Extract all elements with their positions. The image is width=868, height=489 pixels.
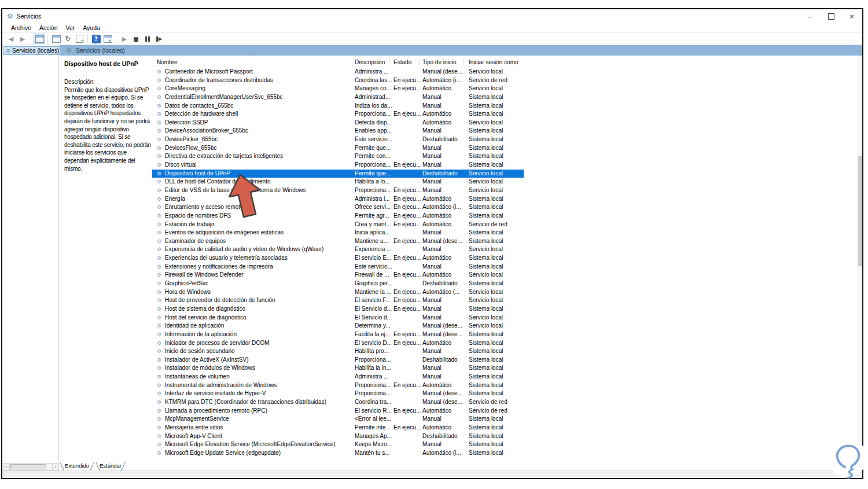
show-action-pane-button[interactable]: ▸ bbox=[102, 34, 113, 44]
scroll-right-button[interactable]: › bbox=[52, 463, 59, 470]
table-row[interactable]: ⚙Interfaz de servicio invitado de Hyper-… bbox=[152, 389, 524, 398]
service-status-cell: En ejecu... bbox=[393, 221, 421, 227]
table-row[interactable]: ⚙Enrutamiento y acceso remotoOfrece serv… bbox=[152, 203, 524, 212]
refresh-button[interactable]: ↻ bbox=[62, 34, 73, 44]
table-row[interactable]: ⚙Host de sistema de diagnósticoEl Servic… bbox=[152, 305, 524, 314]
table-row[interactable]: ⚙Espacio de nombres DFSPermite agr...En … bbox=[152, 212, 524, 220]
table-row[interactable]: ⚙Editor de VSS de la base de datos inter… bbox=[152, 186, 524, 195]
service-description-cell: Manages co... bbox=[355, 85, 392, 91]
table-row[interactable]: ⚙DevicePicker_655bcEste servicio...Desha… bbox=[152, 135, 524, 144]
minimize-button[interactable]: – bbox=[800, 9, 821, 23]
vertical-scrollbar-thumb[interactable] bbox=[858, 156, 862, 266]
table-row[interactable]: ⚙Instantáneas de volumenAdministra ...Ma… bbox=[152, 373, 524, 381]
column-header-tipo-de-inicio[interactable]: Tipo de inicio bbox=[422, 59, 457, 65]
close-button[interactable]: × bbox=[841, 9, 862, 23]
horizontal-scrollbar-track[interactable] bbox=[10, 463, 52, 470]
table-row[interactable]: ⚙Disco virtualProporciona...En ejecu...M… bbox=[152, 161, 524, 170]
tab-estndar[interactable]: Estándar bbox=[95, 462, 126, 471]
table-row[interactable]: ⚙Coordinador de transacciones distribuid… bbox=[152, 76, 524, 85]
table-row[interactable]: ⚙Contenedor de Microsoft PassportAdminis… bbox=[152, 68, 524, 76]
service-name-cell: Dispositivo host de UPnP bbox=[165, 170, 230, 177]
service-name-cell: Firewall de Windows Defender bbox=[165, 271, 244, 278]
title-bar: ⚙ Servicios – × bbox=[2, 9, 862, 23]
forward-button[interactable]: ▶ bbox=[17, 34, 28, 44]
properties-button[interactable] bbox=[50, 34, 62, 44]
table-row[interactable]: ⚙Examinador de equiposMantiene u...En ej… bbox=[152, 237, 524, 246]
service-logon-cell: Servicio de red bbox=[469, 77, 524, 83]
service-name-cell: DevicePicker_655bc bbox=[165, 136, 218, 142]
table-row[interactable]: ⚙Llamada a procedimiento remoto (RPC)El … bbox=[152, 407, 524, 416]
tab-extendido[interactable]: Extendido bbox=[60, 462, 94, 471]
show-console-tree-button[interactable] bbox=[34, 34, 45, 44]
service-name-cell: Editor de VSS de la base de datos intern… bbox=[165, 187, 306, 193]
menu-item-archivo[interactable]: Archivo bbox=[7, 24, 35, 31]
start-service-button[interactable]: ▶ bbox=[119, 34, 130, 44]
table-row[interactable]: ⚙Mensajería entre sitiosPermite inte...E… bbox=[152, 424, 524, 432]
table-row[interactable]: ⚙Instalador de módulos de WindowsHabilit… bbox=[152, 364, 524, 373]
column-header-descripcion[interactable]: Descripción bbox=[355, 59, 385, 65]
table-row[interactable]: ⚙Instrumental de administración de Windo… bbox=[152, 381, 524, 390]
table-row[interactable]: ⚙Experiencias del usuario y telemetría a… bbox=[152, 254, 524, 263]
table-row[interactable]: ⚙CredentialEnrollmentManagerUserSvc_655b… bbox=[152, 93, 524, 102]
table-row[interactable]: ⚙KTMRM para DTC (Coordinador de transacc… bbox=[152, 398, 524, 407]
table-row[interactable]: ⚙DeviceAssociationBroker_655bcEnables ap… bbox=[152, 127, 524, 135]
table-row[interactable]: ⚙Detección de hardware shellProporciona.… bbox=[152, 110, 524, 119]
service-description-cell: Crea y mant... bbox=[355, 221, 392, 227]
service-logon-cell: Sistema local bbox=[469, 373, 524, 380]
table-row[interactable]: ⚙Identidad de aplicaciónDetermina y...Ma… bbox=[152, 322, 524, 330]
table-row[interactable]: ⚙Microsoft Edge Elevation Service (Micro… bbox=[152, 440, 524, 449]
table-row[interactable]: ⚙Microsoft Edge Update Service (edgeupda… bbox=[152, 449, 524, 458]
table-row[interactable]: ⚙DLL de host del Contador de rendimiento… bbox=[152, 178, 524, 186]
table-row[interactable]: ⚙Iniciador de procesos de servidor DCOME… bbox=[152, 339, 524, 348]
table-row[interactable]: ⚙Directiva de extracción de tarjetas int… bbox=[152, 152, 524, 161]
horizontal-scrollbar-thumb[interactable] bbox=[10, 464, 46, 469]
service-logon-cell: Sistema local bbox=[469, 450, 524, 456]
service-startup-type-cell: Manual (dese... bbox=[422, 399, 468, 405]
column-header-estado[interactable]: Estado bbox=[393, 59, 411, 65]
table-row[interactable]: ⚙Firewall de Windows DefenderFirewall de… bbox=[152, 271, 524, 280]
restart-service-button[interactable]: ▶ bbox=[153, 34, 165, 44]
restore-button[interactable] bbox=[821, 9, 841, 23]
sidebar-item-servicios-locales[interactable]: ⚙ Servicios (locales) bbox=[3, 46, 61, 55]
service-logon-cell: Sistema local bbox=[469, 238, 524, 244]
table-row[interactable]: ⚙Inicio de sesión secundarioHabilita pro… bbox=[152, 347, 524, 356]
back-button[interactable]: ◀ bbox=[5, 34, 17, 44]
table-row[interactable]: ⚙Detección SSDPDetecta disp...Automático… bbox=[152, 119, 524, 127]
export-list-button[interactable]: → bbox=[73, 34, 85, 44]
table-row[interactable]: ⚙Información de la aplicaciónFacilita la… bbox=[152, 330, 524, 339]
stop-service-button[interactable]: ■ bbox=[130, 34, 142, 44]
pause-service-button[interactable] bbox=[142, 34, 153, 44]
table-row[interactable]: ⚙Hora de WindowsMantiene la ...En ejecu.… bbox=[152, 288, 524, 297]
table-row[interactable]: ⚙Estación de trabajoCrea y mant...En eje… bbox=[152, 220, 524, 229]
service-startup-type-cell: Manual bbox=[422, 306, 468, 312]
table-row[interactable]: ⚙Host del servicio de diagnósticoEl Serv… bbox=[152, 314, 524, 322]
service-name-cell: Eventos de adquisición de imágenes estát… bbox=[165, 229, 284, 236]
menu-item-accin[interactable]: Acción bbox=[35, 24, 62, 31]
column-header-iniciar-sesion-como[interactable]: Iniciar sesión como bbox=[469, 59, 518, 65]
table-row[interactable]: ⚙Eventos de adquisición de imágenes está… bbox=[152, 229, 524, 237]
table-row[interactable]: ⚙Instalador de ActiveX (AxInstSV)Proporc… bbox=[152, 356, 524, 365]
table-row[interactable]: ⚙GraphicsPerfSvcGraphics per...Deshabili… bbox=[152, 280, 524, 288]
help-button[interactable]: ? bbox=[90, 34, 102, 44]
table-row[interactable]: ⚙Host de proveedor de detección de funci… bbox=[152, 296, 524, 305]
service-status-cell: En ejecu... bbox=[393, 331, 421, 337]
table-row[interactable]: ⚙Experiencia de calidad de audio y vídeo… bbox=[152, 245, 524, 254]
menu-item-ayuda[interactable]: Ayuda bbox=[79, 24, 104, 31]
table-row[interactable]: ⚙Microsoft App-V ClientManages Ap...Desh… bbox=[152, 432, 524, 441]
service-description-cell: Este servicio... bbox=[355, 263, 392, 270]
service-status-cell: En ejecu... bbox=[393, 255, 421, 261]
table-row[interactable]: ⚙Dispositivo host de UPnPPermite que...D… bbox=[152, 170, 524, 178]
table-row[interactable]: ⚙CoreMessagingManages co...En ejecu...Au… bbox=[152, 84, 524, 93]
table-row[interactable]: ⚙McpManagementService<Error al lee...Man… bbox=[152, 415, 524, 424]
service-name-cell: Disco virtual bbox=[165, 161, 196, 168]
service-startup-type-cell: Manual bbox=[422, 178, 468, 185]
menu-item-ver[interactable]: Ver bbox=[62, 24, 79, 31]
table-row[interactable]: ⚙DevicesFlow_655bcPermite que...ManualSi… bbox=[152, 144, 524, 153]
service-logon-cell: Sistema local bbox=[469, 390, 524, 396]
scroll-left-button[interactable]: ‹ bbox=[3, 463, 10, 470]
column-header-nombre[interactable]: Nombre bbox=[157, 59, 178, 65]
table-row[interactable]: ⚙EnergíaAdministra l...En ejecu...Automá… bbox=[152, 195, 524, 204]
table-row[interactable]: ⚙Extensiones y notificaciones de impreso… bbox=[152, 263, 524, 271]
vertical-scrollbar[interactable] bbox=[858, 56, 862, 462]
table-row[interactable]: ⚙Datos de contactos_655bcIndiza los da..… bbox=[152, 102, 524, 111]
